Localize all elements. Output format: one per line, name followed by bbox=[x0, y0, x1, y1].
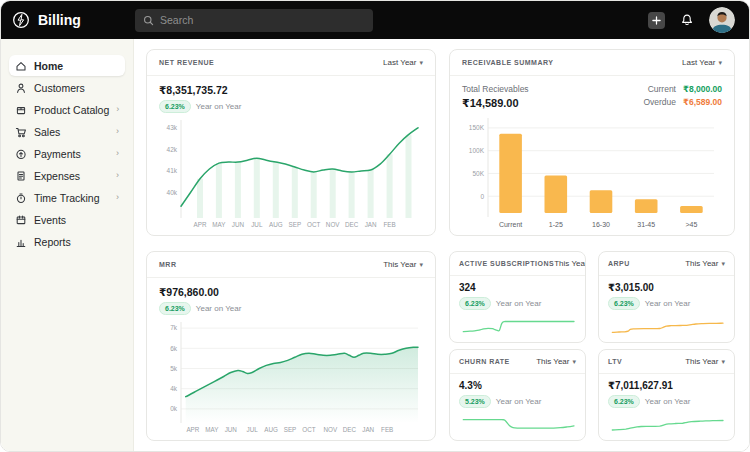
card-title: MRR bbox=[159, 261, 176, 268]
customers-icon bbox=[15, 82, 27, 94]
sidebar-item-label: Time Tracking bbox=[34, 192, 100, 204]
growth-badge: 5.23% bbox=[459, 395, 491, 408]
svg-text:50K: 50K bbox=[472, 170, 484, 177]
growth-badge: 6.23% bbox=[159, 100, 191, 113]
overdue-value: ₹6,589.00 bbox=[683, 97, 722, 107]
sidebar-item-home[interactable]: Home bbox=[9, 55, 125, 76]
caret-down-icon: ▾ bbox=[572, 358, 576, 365]
sales-icon bbox=[15, 126, 27, 138]
ltv-value: ₹7,011,627.91 bbox=[608, 380, 725, 392]
svg-text:JUN: JUN bbox=[225, 426, 238, 433]
churn-rate-value: 4.3% bbox=[459, 380, 576, 392]
app-title: Billing bbox=[38, 12, 81, 28]
svg-text:AUG: AUG bbox=[264, 426, 278, 433]
sidebar-item-sales[interactable]: Sales› bbox=[9, 121, 125, 142]
total-receivables-label: Total Recievables bbox=[462, 84, 529, 94]
svg-text:NOV: NOV bbox=[323, 426, 337, 433]
card-title: NET REVENUE bbox=[159, 59, 214, 66]
receivable-summary-card: RECEIVABLE SUMMARY Last Year ▾ Total Rec… bbox=[449, 49, 735, 236]
period-dropdown[interactable]: This Year ▾ bbox=[554, 259, 586, 268]
ltv-sparkline bbox=[608, 412, 725, 435]
badge-caption: Year on Year bbox=[496, 397, 542, 406]
mrr-body: ₹976,860.00 6.23% Year on Year 7k6k5k4k0… bbox=[147, 278, 435, 440]
svg-text:0: 0 bbox=[480, 193, 484, 200]
svg-text:JUN: JUN bbox=[232, 221, 245, 228]
churn-rate-card: CHURN RATE This Year ▾ 4.3% 5.23% Year o… bbox=[449, 349, 586, 441]
sidebar-item-label: Home bbox=[34, 60, 63, 72]
churn-rate-meta: 5.23% Year on Year bbox=[459, 395, 576, 408]
current-value: ₹8,000.00 bbox=[683, 84, 722, 94]
period-label: This Year bbox=[383, 260, 416, 269]
mrr-card: MRR This Year ▾ ₹976,860.00 6.23% Year o… bbox=[146, 251, 436, 441]
topbar-actions bbox=[648, 7, 735, 33]
sidebar-item-label: Expenses bbox=[34, 170, 80, 182]
period-label: Last Year bbox=[383, 58, 416, 67]
search-input[interactable]: Search bbox=[135, 9, 373, 32]
home-icon bbox=[15, 60, 27, 72]
receivable-summary-header: RECEIVABLE SUMMARY Last Year ▾ bbox=[450, 50, 734, 76]
active-subscriptions-meta: 6.23% Year on Year bbox=[459, 297, 576, 310]
overdue-label: Overdue bbox=[643, 97, 676, 107]
period-dropdown[interactable]: This Year ▾ bbox=[685, 259, 725, 268]
svg-text:16-30: 16-30 bbox=[592, 221, 610, 228]
svg-text:SEP: SEP bbox=[288, 221, 301, 228]
svg-text:OCT: OCT bbox=[307, 221, 320, 228]
svg-text:40k: 40k bbox=[167, 189, 178, 196]
arpu-value: ₹3,015.00 bbox=[608, 282, 725, 294]
net-revenue-body: ₹8,351,735.72 6.23% Year on Year 43k42k4… bbox=[147, 76, 435, 235]
user-avatar[interactable] bbox=[709, 7, 735, 33]
svg-text:MAY: MAY bbox=[205, 426, 219, 433]
period-dropdown[interactable]: This Year ▾ bbox=[536, 357, 576, 366]
active-subscriptions-header: ACTIVE SUBSCRIPTIONS This Year ▾ bbox=[450, 252, 585, 276]
svg-text:6k: 6k bbox=[170, 345, 178, 352]
svg-text:JUL: JUL bbox=[251, 221, 263, 228]
add-new-button[interactable] bbox=[648, 12, 665, 29]
churn-rate-body: 4.3% 5.23% Year on Year bbox=[450, 374, 585, 440]
notifications-button[interactable] bbox=[680, 13, 694, 27]
expenses-icon bbox=[15, 170, 27, 182]
growth-badge: 6.23% bbox=[459, 297, 491, 310]
search-icon bbox=[143, 15, 154, 26]
svg-text:5k: 5k bbox=[170, 365, 178, 372]
receivables-totals: Total Recievables ₹14,589.00 Current ₹8,… bbox=[462, 84, 722, 110]
avatar-photo bbox=[709, 7, 735, 33]
period-dropdown[interactable]: This Year ▾ bbox=[685, 357, 725, 366]
svg-text:43k: 43k bbox=[167, 124, 178, 131]
active-subscriptions-value: 324 bbox=[459, 282, 576, 294]
chevron-right-icon: › bbox=[116, 149, 119, 158]
sidebar-item-payments[interactable]: Payments› bbox=[9, 143, 125, 164]
sidebar-item-events[interactable]: Events bbox=[9, 209, 125, 230]
sidebar-item-product-catalog[interactable]: Product Catalog› bbox=[9, 99, 125, 120]
badge-caption: Year on Year bbox=[496, 299, 542, 308]
ltv-body: ₹7,011,627.91 6.23% Year on Year bbox=[599, 374, 734, 440]
svg-text:DEC: DEC bbox=[343, 426, 357, 433]
card-title: ARPU bbox=[608, 260, 630, 267]
billing-logo-icon bbox=[11, 10, 31, 30]
period-label: This Year bbox=[554, 259, 586, 268]
sidebar-item-reports[interactable]: Reports bbox=[9, 231, 125, 252]
sidebar-item-customers[interactable]: Customers bbox=[9, 77, 125, 98]
caret-down-icon: ▾ bbox=[419, 261, 423, 268]
period-dropdown[interactable]: Last Year ▾ bbox=[383, 58, 423, 67]
total-receivables-value: ₹14,589.00 bbox=[462, 97, 529, 110]
plus-icon bbox=[652, 16, 661, 25]
svg-text:APR: APR bbox=[186, 426, 199, 433]
growth-badge: 6.23% bbox=[159, 302, 191, 315]
net-revenue-value: ₹8,351,735.72 bbox=[159, 84, 423, 96]
sidebar-item-time-tracking[interactable]: Time Tracking› bbox=[9, 187, 125, 208]
period-dropdown[interactable]: This Year ▾ bbox=[383, 260, 423, 269]
net-revenue-meta: 6.23% Year on Year bbox=[159, 100, 423, 113]
app-window: Billing Search bbox=[0, 0, 750, 452]
reports-icon bbox=[15, 236, 27, 248]
topbar: Billing Search bbox=[1, 1, 749, 39]
svg-text:41k: 41k bbox=[167, 167, 178, 174]
sidebar-item-expenses[interactable]: Expenses› bbox=[9, 165, 125, 186]
period-dropdown[interactable]: Last Year ▾ bbox=[682, 58, 722, 67]
search-placeholder: Search bbox=[160, 14, 193, 26]
svg-text:42k: 42k bbox=[167, 146, 178, 153]
period-label: This Year bbox=[685, 259, 718, 268]
churn-rate-header: CHURN RATE This Year ▾ bbox=[450, 350, 585, 374]
chevron-right-icon: › bbox=[116, 171, 119, 180]
card-title: RECEIVABLE SUMMARY bbox=[462, 59, 553, 66]
dashboard: NET REVENUE Last Year ▾ ₹8,351,735.72 6.… bbox=[134, 39, 749, 452]
